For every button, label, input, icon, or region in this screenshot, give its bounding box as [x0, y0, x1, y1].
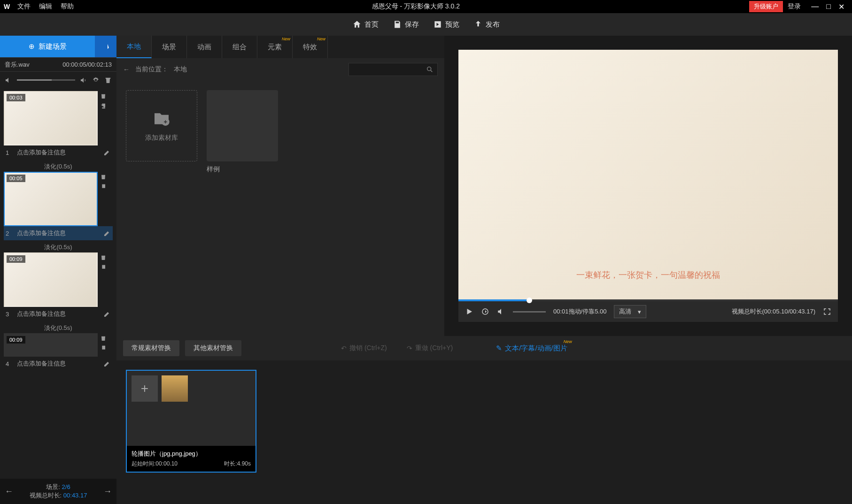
search-input[interactable] — [349, 63, 438, 76]
transition-label[interactable]: 淡化(0.5s) — [4, 242, 113, 252]
clip-image[interactable] — [162, 375, 188, 402]
edit-icon[interactable] — [103, 360, 111, 367]
chevron-down-icon: ▾ — [638, 308, 641, 315]
copy-scene-icon[interactable] — [100, 102, 107, 110]
volume-up-icon[interactable] — [80, 76, 87, 84]
time-display: 00:01拖动/停靠5.00 — [553, 307, 606, 316]
minimize-icon[interactable]: — — [811, 2, 819, 11]
transition-label[interactable]: 淡化(0.5s) — [4, 323, 113, 333]
copy-scene-icon[interactable] — [100, 344, 107, 352]
menu-help[interactable]: 帮助 — [61, 2, 74, 11]
trash-icon[interactable] — [104, 76, 112, 84]
volume-icon[interactable] — [497, 307, 505, 316]
back-icon[interactable]: ← — [123, 66, 130, 73]
svg-point-0 — [427, 67, 431, 71]
scene-thumbnail[interactable]: 00:05 — [4, 172, 98, 226]
scene-item[interactable]: 00:09 4点击添加备注信息 — [4, 333, 113, 371]
asset-panel: 本地 场景 动画 组合 元素New 特效New ← 当前位置： 本地 添加素材库 — [116, 36, 444, 336]
close-icon[interactable]: ✕ — [838, 2, 844, 11]
tab-other-replace[interactable]: 其他素材管换 — [185, 340, 241, 356]
undo-button[interactable]: ↶ 撤销 (Ctrl+Z) — [341, 344, 387, 352]
text-edit-button[interactable]: ✎ 文本/字幕/动画/图片New — [496, 344, 567, 353]
save-button[interactable]: 保存 — [393, 20, 419, 29]
titlebar: W 文件 编辑 帮助 感恩父母 - 万彩影像大师 3.0.2 升级账户 登录 —… — [0, 0, 852, 13]
loop-icon[interactable] — [481, 307, 489, 316]
tab-animation[interactable]: 动画 — [187, 36, 222, 58]
progress-bar[interactable] — [458, 299, 838, 301]
delete-scene-icon[interactable] — [100, 92, 107, 99]
scene-thumbnail[interactable]: 00:09 — [4, 252, 98, 307]
scene-list: 00:03 1点击添加备注信息 淡化(0.5s) 00:05 2点击添加备注信息… — [0, 88, 116, 479]
copy-scene-icon[interactable] — [100, 264, 107, 271]
path-label: 当前位置： — [135, 65, 168, 74]
sort-button[interactable] — [95, 36, 116, 57]
home-button[interactable]: 首页 — [352, 20, 379, 29]
tab-regular-replace[interactable]: 常规素材管换 — [123, 340, 179, 356]
scene-item[interactable]: 00:05 2点击添加备注信息 — [4, 172, 113, 240]
next-scene-button[interactable]: → — [103, 487, 112, 496]
scene-sidebar: ⊕新建场景 音乐.wav00:00:05/00:02:13 00:03 1点击添… — [0, 36, 116, 504]
play-icon[interactable] — [465, 307, 473, 316]
app-logo: W — [4, 3, 10, 10]
menu-file[interactable]: 文件 — [17, 2, 31, 11]
login-button[interactable]: 登录 — [788, 2, 801, 11]
menu-edit[interactable]: 编辑 — [39, 2, 52, 11]
total-time-label: 视频总时长(00:05.10/00:43.17) — [732, 307, 815, 316]
scene-thumbnail[interactable]: 00:03 — [4, 91, 98, 145]
sample-folder-card[interactable]: 样例 — [207, 90, 278, 174]
path-value: 本地 — [174, 65, 187, 74]
scene-item[interactable]: 00:03 1点击添加备注信息 — [4, 91, 113, 160]
volume-slider[interactable] — [17, 79, 75, 81]
upgrade-button[interactable]: 升级账户 — [749, 1, 783, 12]
mute-icon[interactable] — [5, 76, 12, 84]
fullscreen-icon[interactable] — [823, 307, 831, 316]
gear-icon[interactable] — [92, 76, 100, 84]
redo-button[interactable]: ↷ 重做 (Ctrl+Y) — [407, 344, 453, 352]
audio-controls — [0, 71, 116, 88]
delete-scene-icon[interactable] — [100, 253, 107, 261]
timeline-panel: 常规素材管换 其他素材管换 ↶ 撤销 (Ctrl+Z) ↷ 重做 (Ctrl+Y… — [116, 336, 852, 504]
player-controls: 00:01拖动/停靠5.00 高清▾ 视频总时长(00:05.10/00:43.… — [458, 301, 838, 322]
window-title: 感恩父母 - 万彩影像大师 3.0.2 — [82, 2, 749, 11]
tab-scene[interactable]: 场景 — [152, 36, 187, 58]
add-image-button[interactable]: + — [132, 375, 158, 402]
scene-item[interactable]: 00:09 3点击添加备注信息 — [4, 252, 113, 321]
tab-effect[interactable]: 特效New — [293, 36, 328, 58]
copy-scene-icon[interactable] — [100, 183, 107, 191]
clip-start-time: 起始时间:00:00.10 — [132, 460, 178, 468]
delete-scene-icon[interactable] — [100, 173, 107, 180]
quality-select[interactable]: 高清▾ — [614, 305, 646, 318]
tab-combo[interactable]: 组合 — [222, 36, 257, 58]
edit-icon[interactable] — [103, 149, 111, 156]
edit-icon[interactable] — [103, 310, 111, 318]
tab-element[interactable]: 元素New — [257, 36, 293, 58]
maximize-icon[interactable]: □ — [826, 2, 831, 11]
clip-duration: 时长:4.90s — [224, 460, 251, 468]
publish-button[interactable]: 发布 — [473, 20, 500, 29]
asset-tabs: 本地 场景 动画 组合 元素New 特效New — [116, 36, 444, 58]
add-library-card[interactable]: 添加素材库 — [126, 90, 197, 161]
prev-scene-button[interactable]: ← — [5, 487, 13, 496]
preview-video[interactable]: 一束鲜花，一张贺卡，一句温馨的祝福 — [458, 50, 838, 299]
main-toolbar: 首页 保存 预览 发布 — [0, 13, 852, 36]
edit-icon[interactable] — [103, 229, 111, 237]
new-scene-button[interactable]: ⊕新建场景 — [0, 36, 95, 57]
preview-panel: 一束鲜花，一张贺卡，一句温馨的祝福 00:01拖动/停靠5.00 高清▾ 视频总… — [444, 36, 852, 336]
audio-info[interactable]: 音乐.wav00:00:05/00:02:13 — [0, 57, 116, 71]
clip-card[interactable]: + 轮播图片（jpg,png,jpeg） 起始时间:00:00.10时长:4.9… — [126, 370, 256, 473]
player-volume-slider[interactable] — [513, 311, 546, 313]
preview-caption: 一束鲜花，一张贺卡，一句温馨的祝福 — [458, 269, 838, 281]
preview-button[interactable]: 预览 — [433, 20, 459, 29]
sidebar-footer: ← 场景: 2/6 视频总时长: 00:43.17 → — [0, 479, 116, 504]
clip-title: 轮播图片（jpg,png,jpeg） — [132, 450, 251, 458]
search-icon[interactable] — [426, 66, 434, 73]
delete-scene-icon[interactable] — [100, 334, 107, 342]
tab-local[interactable]: 本地 — [116, 36, 152, 58]
scene-thumbnail[interactable]: 00:09 — [4, 333, 98, 357]
transition-label[interactable]: 淡化(0.5s) — [4, 161, 113, 172]
